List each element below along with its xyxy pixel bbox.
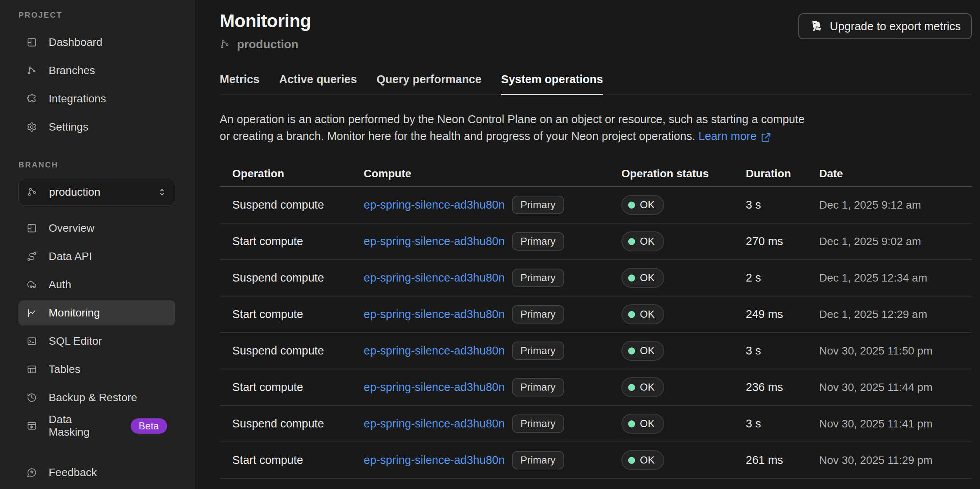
tab-active-queries[interactable]: Active queries bbox=[279, 73, 357, 95]
status-label: OK bbox=[640, 199, 655, 211]
sidebar-footer: Feedback bbox=[18, 460, 175, 485]
primary-badge: Primary bbox=[512, 414, 565, 433]
cloud-key-icon bbox=[27, 280, 37, 290]
status-ok-dot bbox=[628, 311, 635, 318]
status-label: OK bbox=[640, 418, 655, 430]
primary-badge: Primary bbox=[512, 232, 565, 251]
column-date: Date bbox=[819, 167, 972, 180]
sidebar-item-branches[interactable]: Branches bbox=[18, 58, 175, 83]
operation-cell: Suspend compute bbox=[232, 271, 364, 284]
operation-cell: Start compute bbox=[232, 308, 364, 321]
sidebar-item-label: Tables bbox=[49, 363, 80, 376]
sidebar-item-label: Settings bbox=[49, 121, 88, 133]
chevrons-up-down-icon bbox=[157, 187, 167, 197]
tab-system-operations[interactable]: System operations bbox=[501, 73, 603, 95]
duration-cell: 3 s bbox=[746, 198, 819, 211]
page-header: Monitoring production Upgrade to export … bbox=[220, 9, 972, 51]
branch-icon bbox=[27, 187, 37, 197]
date-cell: Nov 30, 2025 11:44 pm bbox=[819, 381, 972, 394]
datadog-icon bbox=[809, 19, 823, 33]
compute-endpoint-link[interactable]: ep-spring-silence-ad3hu80n bbox=[364, 344, 505, 357]
compute-endpoint-link[interactable]: ep-spring-silence-ad3hu80n bbox=[364, 271, 505, 284]
sidebar-item-label: Data API bbox=[49, 250, 92, 263]
column-compute: Compute bbox=[364, 167, 621, 180]
operation-cell: Suspend compute bbox=[232, 344, 364, 357]
operation-cell: Suspend compute bbox=[232, 417, 364, 430]
branch-selector[interactable]: production bbox=[18, 179, 175, 205]
status-badge: OK bbox=[621, 268, 664, 288]
sidebar-item-dashboard[interactable]: Dashboard bbox=[18, 30, 175, 55]
description-line1: An operation is an action performed by t… bbox=[220, 113, 805, 125]
tab-bar: Metrics Active queries Query performance… bbox=[220, 73, 972, 95]
operation-cell: Start compute bbox=[232, 381, 364, 394]
primary-badge: Primary bbox=[512, 196, 565, 214]
date-cell: Nov 30, 2025 11:50 pm bbox=[819, 345, 972, 357]
status-badge: OK bbox=[621, 450, 664, 470]
compute-cell: ep-spring-silence-ad3hu80n Primary bbox=[364, 305, 621, 324]
status-ok-dot bbox=[628, 238, 635, 245]
sidebar-item-settings[interactable]: Settings bbox=[18, 115, 175, 140]
table-header: Operation Compute Operation status Durat… bbox=[220, 161, 972, 187]
sidebar: PROJECT Dashboard Branches Integrations … bbox=[0, 0, 195, 489]
duration-cell: 3 s bbox=[746, 344, 819, 357]
compute-endpoint-link[interactable]: ep-spring-silence-ad3hu80n bbox=[364, 308, 505, 321]
compute-endpoint-link[interactable]: ep-spring-silence-ad3hu80n bbox=[364, 235, 505, 248]
table-row: Suspend compute ep-spring-silence-ad3hu8… bbox=[220, 406, 972, 442]
status-cell: OK bbox=[621, 414, 746, 434]
status-label: OK bbox=[640, 345, 655, 357]
compute-cell: ep-spring-silence-ad3hu80n Primary bbox=[364, 269, 621, 287]
upgrade-export-metrics-button[interactable]: Upgrade to export metrics bbox=[798, 13, 972, 39]
sidebar-item-label: Integrations bbox=[49, 93, 106, 105]
puzzle-icon bbox=[27, 94, 37, 104]
sidebar-item-monitoring[interactable]: Monitoring bbox=[18, 300, 175, 325]
compute-cell: ep-spring-silence-ad3hu80n Primary bbox=[364, 196, 621, 214]
sidebar-item-label: Auth bbox=[49, 278, 71, 291]
table-row: Start compute ep-spring-silence-ad3hu80n… bbox=[220, 296, 972, 333]
status-label: OK bbox=[640, 272, 655, 284]
mask-window-icon bbox=[27, 421, 37, 431]
status-ok-dot bbox=[628, 420, 635, 427]
date-cell: Dec 1, 2025 12:29 am bbox=[819, 308, 972, 321]
primary-badge: Primary bbox=[512, 378, 565, 396]
branch-icon bbox=[220, 39, 230, 49]
tab-query-performance[interactable]: Query performance bbox=[377, 73, 482, 95]
sidebar-item-overview[interactable]: Overview bbox=[18, 216, 175, 241]
sidebar-item-sql-editor[interactable]: SQL Editor bbox=[18, 329, 175, 354]
sidebar-item-label: Data Masking bbox=[49, 413, 110, 438]
sidebar-item-backup-restore[interactable]: Backup & Restore bbox=[18, 385, 175, 410]
date-cell: Nov 30, 2025 11:41 pm bbox=[819, 418, 972, 430]
tab-metrics[interactable]: Metrics bbox=[220, 73, 260, 95]
duration-cell: 236 ms bbox=[746, 381, 819, 394]
status-ok-dot bbox=[628, 384, 635, 391]
primary-badge: Primary bbox=[512, 342, 565, 360]
chart-line-icon bbox=[27, 308, 37, 318]
compute-endpoint-link[interactable]: ep-spring-silence-ad3hu80n bbox=[364, 198, 505, 211]
operation-cell: Start compute bbox=[232, 454, 364, 467]
sidebar-item-data-masking[interactable]: Data Masking Beta bbox=[18, 413, 175, 438]
status-cell: OK bbox=[621, 341, 746, 361]
compute-cell: ep-spring-silence-ad3hu80n Primary bbox=[364, 378, 621, 396]
beta-badge: Beta bbox=[131, 418, 167, 434]
status-ok-dot bbox=[628, 202, 635, 209]
duration-cell: 2 s bbox=[746, 271, 819, 284]
compute-endpoint-link[interactable]: ep-spring-silence-ad3hu80n bbox=[364, 381, 505, 394]
date-cell: Dec 1, 2025 9:12 am bbox=[819, 199, 972, 211]
compute-endpoint-link[interactable]: ep-spring-silence-ad3hu80n bbox=[364, 454, 505, 467]
page-title: Monitoring bbox=[220, 9, 311, 32]
learn-more-link[interactable]: Learn more bbox=[698, 128, 771, 145]
sidebar-item-label: SQL Editor bbox=[49, 335, 102, 347]
compute-endpoint-link[interactable]: ep-spring-silence-ad3hu80n bbox=[364, 417, 505, 430]
sidebar-item-tables[interactable]: Tables bbox=[18, 357, 175, 382]
dashboard-icon bbox=[27, 37, 37, 47]
sidebar-item-auth[interactable]: Auth bbox=[18, 272, 175, 297]
main-content: Monitoring production Upgrade to export … bbox=[195, 0, 980, 489]
feedback-bubble-icon bbox=[27, 467, 37, 478]
sidebar-item-integrations[interactable]: Integrations bbox=[18, 86, 175, 111]
upgrade-button-label: Upgrade to export metrics bbox=[830, 20, 961, 33]
sidebar-item-feedback[interactable]: Feedback bbox=[18, 460, 175, 485]
branch-nav: Overview Data API Auth Monitoring SQL Ed… bbox=[18, 216, 175, 438]
date-cell: Nov 30, 2025 11:29 pm bbox=[819, 454, 972, 467]
sidebar-item-data-api[interactable]: Data API bbox=[18, 244, 175, 269]
table-row: Start compute ep-spring-silence-ad3hu80n… bbox=[220, 224, 972, 260]
status-badge: OK bbox=[621, 414, 664, 434]
